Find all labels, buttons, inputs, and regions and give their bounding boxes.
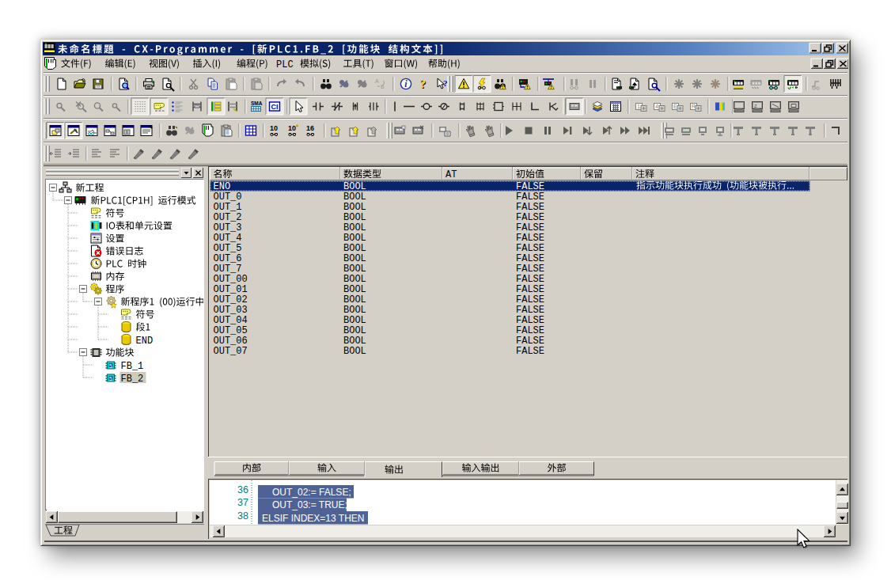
- svg-text:FALSE: FALSE: [516, 233, 544, 244]
- svg-text:OUT_7: OUT_7: [213, 264, 241, 275]
- svg-text:BOOL: BOOL: [343, 346, 366, 357]
- svg-text:OUT_4: OUT_4: [213, 233, 241, 244]
- svg-text:OUT_01: OUT_01: [213, 284, 247, 295]
- svg-text:FALSE: FALSE: [516, 325, 544, 336]
- svg-text:16: 16: [306, 124, 314, 132]
- svg-text:BOOL: BOOL: [343, 305, 366, 316]
- svg-text:BOOL: BOOL: [343, 294, 366, 305]
- svg-text:FALSE: FALSE: [516, 336, 544, 347]
- svg-text:BOOL: BOOL: [343, 212, 366, 223]
- svg-text:37: 37: [237, 497, 248, 508]
- svg-text:FALSE: FALSE: [516, 253, 544, 264]
- svg-text:FB_1: FB_1: [120, 361, 143, 372]
- svg-text:OUT_03:= TRUE;: OUT_03:= TRUE;: [272, 499, 347, 510]
- svg-text:38: 38: [237, 510, 248, 522]
- svg-text:OUT_05: OUT_05: [213, 325, 247, 336]
- svg-text:BOOL: BOOL: [343, 284, 366, 295]
- svg-text:END: END: [135, 336, 153, 347]
- svg-text:R: R: [692, 104, 696, 109]
- svg-text:BOOL: BOOL: [343, 253, 366, 264]
- svg-text:BOOL: BOOL: [343, 325, 366, 336]
- svg-text:FALSE: FALSE: [516, 274, 544, 285]
- svg-text:FALSE: FALSE: [516, 212, 544, 223]
- svg-text:FALSE: FALSE: [516, 284, 544, 295]
- svg-text:BOOL: BOOL: [343, 233, 366, 244]
- svg-text:FALSE: FALSE: [516, 243, 544, 254]
- svg-text:SMA: SMA: [251, 101, 263, 106]
- svg-text:FALSE: FALSE: [516, 264, 544, 275]
- svg-text:B: B: [381, 84, 385, 89]
- svg-text:BOOL: BOOL: [343, 222, 366, 233]
- svg-text:AT: AT: [446, 169, 457, 180]
- svg-text:FALSE: FALSE: [516, 181, 544, 192]
- svg-text:ENO: ENO: [213, 181, 230, 192]
- svg-text:FALSE: FALSE: [516, 222, 544, 233]
- svg-text:OUT_07: OUT_07: [213, 346, 247, 357]
- svg-text:BOOL: BOOL: [343, 192, 366, 203]
- svg-text:Z: Z: [754, 104, 757, 108]
- svg-text:5: 5: [109, 376, 112, 381]
- svg-text:FALSE: FALSE: [516, 294, 544, 305]
- svg-text:5: 5: [109, 363, 112, 369]
- svg-text:BOOL: BOOL: [343, 315, 366, 326]
- svg-text:?: ?: [443, 78, 448, 88]
- svg-text:OUT_02: OUT_02: [213, 294, 247, 305]
- svg-text:OUT_03: OUT_03: [213, 305, 247, 316]
- svg-text:OUT_06: OUT_06: [213, 336, 247, 347]
- svg-text:?: ?: [420, 78, 427, 90]
- svg-text:OUT_2: OUT_2: [213, 212, 241, 223]
- svg-text:10: 10: [288, 124, 296, 132]
- svg-text:BOOL: BOOL: [343, 181, 366, 192]
- svg-text:FALSE: FALSE: [516, 202, 544, 213]
- svg-text:BOOL: BOOL: [343, 243, 366, 254]
- svg-text:FALSE: FALSE: [516, 346, 544, 357]
- svg-text:OUT_04: OUT_04: [213, 315, 247, 326]
- svg-text:CI: CI: [271, 103, 279, 111]
- svg-text:OUT_00: OUT_00: [213, 274, 247, 285]
- svg-text:OUT_6: OUT_6: [213, 253, 241, 264]
- svg-text:FALSE: FALSE: [516, 192, 544, 203]
- svg-text:ELSIF INDEX=13 THEN: ELSIF INDEX=13 THEN: [262, 513, 365, 524]
- svg-text:A: A: [375, 78, 379, 84]
- svg-text:BOOL: BOOL: [343, 274, 366, 285]
- svg-text:FALSE: FALSE: [516, 305, 544, 316]
- svg-text:BOOL: BOOL: [343, 202, 366, 213]
- svg-text:PLC: PLC: [276, 59, 294, 70]
- svg-text:OUT_0: OUT_0: [213, 192, 241, 203]
- svg-text:OUT_5: OUT_5: [213, 243, 241, 254]
- svg-text:10: 10: [270, 124, 278, 132]
- svg-text:36: 36: [237, 484, 248, 495]
- svg-text:E: E: [673, 104, 677, 109]
- svg-text:BOOL: BOOL: [343, 336, 366, 347]
- svg-text:BOOL: BOOL: [343, 264, 366, 275]
- svg-text:OUT_1: OUT_1: [213, 202, 241, 213]
- svg-text:OUT_3: OUT_3: [213, 222, 241, 233]
- svg-text:FB_2: FB_2: [120, 374, 143, 385]
- svg-text:FALSE: FALSE: [516, 315, 544, 326]
- svg-text:OUT_02:= FALSE;: OUT_02:= FALSE;: [272, 487, 351, 498]
